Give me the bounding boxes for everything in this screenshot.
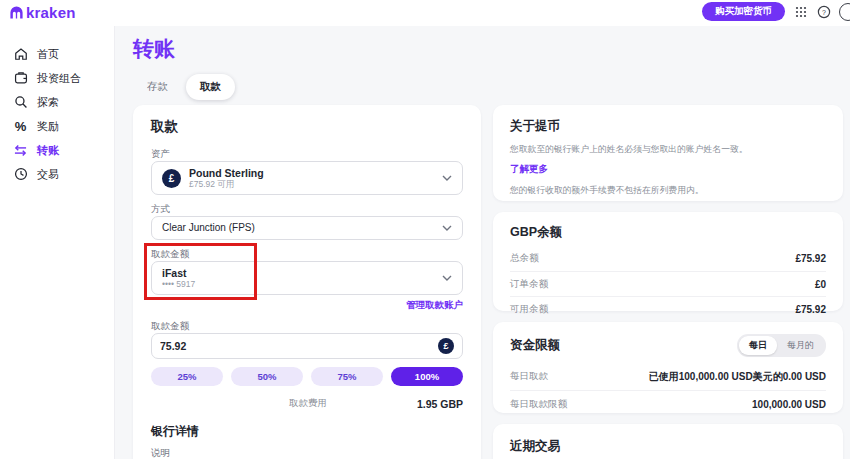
- help-icon[interactable]: ?: [816, 4, 831, 19]
- portfolio-icon: [13, 71, 28, 86]
- sidebar-item-label: 转账: [37, 143, 59, 158]
- withdraw-account-group: 取款金额 iFast •••• 5917: [151, 248, 463, 295]
- withdraw-card: 取款 资产 £ Pound Sterling £75.92 可用 方式 Clea…: [133, 105, 481, 459]
- asset-available: £75.92 可用: [189, 179, 264, 189]
- sidebar-item-portfolio[interactable]: 投资组合: [0, 66, 114, 90]
- about-title: 关于提币: [510, 118, 826, 135]
- recent-title: 近期交易: [510, 438, 826, 455]
- gbp-coin-icon: £: [438, 338, 454, 354]
- content-area: 转账 存款 取款 取款 资产 £ Pound Sterling £75.92 可…: [115, 26, 850, 459]
- page-title: 转账: [133, 35, 175, 63]
- account-select[interactable]: iFast •••• 5917: [151, 261, 463, 295]
- toggle-monthly[interactable]: 每月的: [777, 336, 824, 355]
- percent-icon: %: [13, 119, 28, 134]
- limits-row-max: 每日取款限额 100,000.00 USD: [510, 390, 826, 417]
- kraken-app: kraken 购买加密货币 ?: [0, 0, 850, 459]
- clock-icon: [13, 167, 28, 182]
- transfer-tabs: 存款 取款: [133, 74, 235, 100]
- percent-25-button[interactable]: 25%: [151, 367, 223, 386]
- sidebar-item-label: 首页: [37, 47, 59, 62]
- percent-75-button[interactable]: 75%: [311, 367, 383, 386]
- topbar: kraken 购买加密货币 ?: [0, 0, 850, 26]
- gbp-coin-icon: £: [162, 169, 181, 188]
- search-icon: [13, 95, 28, 110]
- limits-title: 资金限额: [510, 337, 560, 354]
- sidebar-item-rewards[interactable]: % 奖励: [0, 114, 114, 138]
- home-icon: [13, 47, 28, 62]
- balance-row-total: 总余额 £75.92: [510, 246, 826, 271]
- fee-label: 取款费用: [289, 397, 327, 410]
- chevron-down-icon: [442, 225, 452, 231]
- amount-field-wrap: £: [151, 333, 463, 359]
- balance-row-available: 可用余额 £75.92: [510, 296, 826, 321]
- sidebar-item-explore[interactable]: 探索: [0, 90, 114, 114]
- percent-50-button[interactable]: 50%: [231, 367, 303, 386]
- sidebar-item-transfer[interactable]: 转账: [0, 138, 114, 162]
- gbp-balance-card: GBP余额 总余额 £75.92 订单余额 £0 可用余额 £75.92: [493, 212, 843, 311]
- percent-buttons: 25% 50% 75% 100%: [151, 367, 463, 386]
- apps-grid-icon[interactable]: [793, 4, 808, 19]
- fee-row: 取款费用 1.95 GBP: [151, 397, 463, 410]
- asset-label: 资产: [151, 148, 463, 159]
- row-value: £75.92: [795, 304, 826, 315]
- about-withdrawals-card: 关于提币 您取款至的银行账户上的姓名必须与您取出的账户姓名一致。 了解更多 您的…: [493, 105, 843, 201]
- balance-title: GBP余额: [510, 224, 826, 241]
- row-label: 每日取款限额: [510, 398, 567, 411]
- percent-100-button[interactable]: 100%: [391, 367, 463, 386]
- sidebar-item-label: 交易: [37, 167, 59, 182]
- sidebar: 首页 投资组合 探索 % 奖励: [0, 26, 115, 459]
- account-name: iFast: [162, 267, 195, 279]
- row-value: 100,000.00 USD: [752, 399, 826, 410]
- method-value: Clear Junction (FPS): [162, 222, 255, 234]
- method-label: 方式: [151, 203, 463, 214]
- sidebar-item-label: 探索: [37, 95, 59, 110]
- kraken-logo[interactable]: kraken: [9, 4, 76, 21]
- account-masked-number: •••• 5917: [162, 279, 195, 289]
- recent-transactions-card: 近期交易: [493, 424, 843, 459]
- bank-details-heading: 银行详情: [151, 423, 463, 440]
- chevron-down-icon: [442, 275, 452, 281]
- chevron-down-icon: [442, 175, 452, 181]
- sidebar-item-trades[interactable]: 交易: [0, 162, 114, 186]
- method-select[interactable]: Clear Junction (FPS): [151, 216, 463, 240]
- learn-more-link[interactable]: 了解更多: [510, 163, 548, 176]
- amount-label: 取款金额: [151, 320, 463, 331]
- row-value: 已使用100,000.00 USD美元的0.00 USD: [649, 370, 826, 384]
- row-label: 总余额: [510, 252, 539, 265]
- kraken-logo-icon: [9, 5, 24, 20]
- tab-withdraw[interactable]: 取款: [186, 74, 235, 100]
- asset-select[interactable]: £ Pound Sterling £75.92 可用: [151, 161, 463, 195]
- sidebar-item-label: 奖励: [37, 119, 59, 134]
- limits-period-toggle: 每日 每月的: [737, 334, 826, 357]
- tab-deposit[interactable]: 存款: [133, 74, 182, 100]
- row-label: 订单余额: [510, 278, 548, 291]
- account-icon[interactable]: [839, 3, 850, 21]
- manage-accounts-link[interactable]: 管理取款账户: [151, 299, 463, 312]
- account-label: 取款金额: [151, 248, 463, 259]
- description-label: 说明: [151, 447, 463, 458]
- toggle-daily[interactable]: 每日: [739, 336, 777, 355]
- buy-crypto-button[interactable]: 购买加密货币: [702, 2, 785, 21]
- row-label: 可用余额: [510, 303, 548, 316]
- balance-row-orders: 订单余额 £0: [510, 271, 826, 296]
- sidebar-item-label: 投资组合: [37, 71, 81, 86]
- asset-name: Pound Sterling: [189, 167, 264, 179]
- sidebar-item-home[interactable]: 首页: [0, 42, 114, 66]
- row-value: £75.92: [795, 253, 826, 264]
- limits-row-used: 每日取款 已使用100,000.00 USD美元的0.00 USD: [510, 363, 826, 390]
- withdraw-heading: 取款: [151, 118, 463, 136]
- row-label: 每日取款: [510, 370, 548, 383]
- transfer-arrows-icon: [13, 143, 28, 158]
- kraken-logo-text: kraken: [26, 4, 76, 21]
- about-line2: 您的银行收取的额外手续费不包括在所列费用内。: [510, 184, 826, 196]
- svg-text:?: ?: [822, 8, 826, 15]
- about-line1: 您取款至的银行账户上的姓名必须与您取出的账户姓名一致。: [510, 143, 826, 155]
- amount-input[interactable]: [160, 340, 438, 352]
- fee-value: 1.95 GBP: [417, 398, 463, 410]
- row-value: £0: [815, 279, 826, 290]
- funding-limits-card: 资金限额 每日 每月的 每日取款 已使用100,000.00 USD美元的0.0…: [493, 322, 843, 413]
